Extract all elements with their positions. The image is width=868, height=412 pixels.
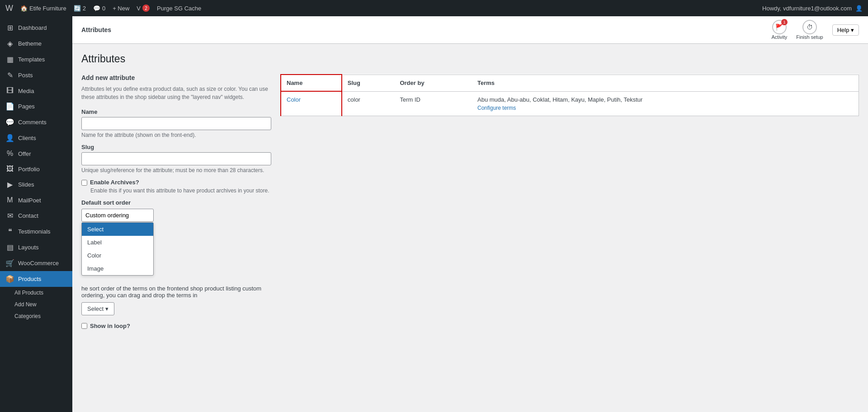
sidebar-item-dashboard[interactable]: ⊞ Dashboard: [0, 20, 72, 36]
page-header: Attributes 🚩 1 Activity ⏱ Finish setup H…: [72, 16, 868, 44]
name-field: Name Name for the attribute (shown on th…: [81, 108, 271, 138]
slug-field: Slug Unique slug/reference for the attri…: [81, 144, 271, 173]
attributes-table: Name Slug Order by Terms Color: [280, 74, 859, 116]
plugin-link[interactable]: V 2: [137, 5, 150, 12]
col-slug: Slug: [342, 75, 395, 91]
table-head: Name Slug Order by Terms: [281, 75, 859, 91]
slug-input[interactable]: [81, 152, 271, 165]
attr-slug-cell: color: [342, 91, 395, 116]
attr-name-cell: Color: [281, 91, 342, 116]
contact-icon: ✉: [5, 211, 14, 220]
name-desc: Name for the attribute (shown on the fro…: [81, 132, 271, 138]
sidebar-item-comments[interactable]: 💬 Comments: [0, 114, 72, 130]
sidebar-sub-all-products[interactable]: All Products: [0, 287, 72, 299]
table-body: Color color Term ID Abu muda, Abu-abu, C…: [281, 91, 859, 116]
col-name: Name: [281, 75, 342, 91]
new-link[interactable]: + New: [113, 5, 129, 12]
portfolio-icon: 🖼: [5, 165, 14, 173]
sort-option-label[interactable]: Label: [82, 236, 153, 249]
sort-option-image[interactable]: Image: [82, 262, 153, 275]
select-button[interactable]: Select: [87, 305, 104, 312]
sidebar-item-templates[interactable]: ▦ Templates: [0, 52, 72, 67]
sort-dropdown: Select Label Color Image: [81, 222, 154, 276]
offer-icon: %: [5, 150, 14, 158]
sidebar-item-testimonials[interactable]: ❝ Testimonials: [0, 224, 72, 239]
page-title: Attributes: [81, 53, 859, 65]
updates-link[interactable]: 🔄 2: [74, 5, 86, 12]
sidebar-item-products[interactable]: 📦 Products: [0, 271, 72, 287]
comments-link[interactable]: 💬 0: [93, 5, 105, 12]
main-content: Attributes 🚩 1 Activity ⏱ Finish setup H…: [72, 16, 868, 412]
admin-bar: W 🏠 Etife Furniture 🔄 2 💬 0 + New V 2 Pu…: [0, 0, 868, 16]
sort-order-label: Default sort order: [81, 199, 271, 206]
attr-order-by-cell: Term ID: [394, 91, 472, 116]
col-order-by: Order by: [394, 75, 472, 91]
show-in-loop-label: Show in loop?: [90, 323, 130, 329]
slug-desc: Unique slug/reference for the attribute;…: [81, 167, 271, 173]
sidebar-item-slides[interactable]: ▶ Slides: [0, 177, 72, 192]
enable-archives-row: Enable Archives?: [81, 179, 271, 186]
show-in-loop-checkbox[interactable]: [81, 323, 87, 329]
sidebar-item-portfolio[interactable]: 🖼 Portfolio: [0, 161, 72, 177]
media-icon: 🎞: [5, 87, 14, 95]
finish-setup-icon: ⏱: [802, 20, 817, 34]
site-name-link[interactable]: 🏠 Etife Furniture: [20, 5, 66, 12]
sidebar-item-posts[interactable]: ✎ Posts: [0, 67, 72, 83]
sidebar-item-offer[interactable]: % Offer: [0, 146, 72, 161]
header-icons: 🚩 1 Activity ⏱ Finish setup Help ▾: [771, 20, 859, 40]
page-header-title: Attributes: [81, 26, 111, 33]
dashboard-icon: ⊞: [5, 23, 14, 32]
posts-icon: ✎: [5, 71, 14, 80]
form-heading: Add new attribute: [81, 74, 271, 81]
sidebar-item-woocommerce[interactable]: 🛒 WooCommerce: [0, 255, 72, 271]
attr-name-link[interactable]: Color: [287, 96, 301, 103]
activity-button[interactable]: 🚩 1 Activity: [771, 20, 787, 40]
name-label: Name: [81, 108, 271, 115]
table-row: Color color Term ID Abu muda, Abu-abu, C…: [281, 91, 859, 116]
select-button-wrapper: Select ▾: [81, 302, 114, 315]
form-description: Attributes let you define extra product …: [81, 85, 271, 101]
purge-cache-link[interactable]: Purge SG Cache: [157, 5, 201, 12]
comments-icon: 💬: [5, 118, 14, 126]
content-area: Attributes Add new attribute Attributes …: [72, 44, 868, 338]
enable-archives-label: Enable Archives?: [90, 179, 139, 186]
name-input[interactable]: [81, 117, 271, 130]
help-button[interactable]: Help ▾: [832, 24, 859, 36]
user-info: Howdy, vdfurniture1@outlook.com 👤: [762, 5, 863, 12]
sort-option-color[interactable]: Color: [82, 249, 153, 262]
form-panel: Add new attribute Attributes let you def…: [81, 74, 271, 329]
sort-desc: he sort order of the terms on the fronte…: [81, 285, 271, 299]
layouts-icon: ▤: [5, 243, 14, 252]
select-chevron-icon: ▾: [105, 305, 108, 312]
col-terms: Terms: [472, 75, 859, 91]
activity-icon: 🚩 1: [772, 20, 787, 34]
sidebar-sub-add-new[interactable]: Add New: [0, 299, 72, 310]
sidebar-item-clients[interactable]: 👤 Clients: [0, 130, 72, 146]
sidebar-item-mailpoet[interactable]: M MailPoet: [0, 192, 72, 208]
finish-setup-button[interactable]: ⏱ Finish setup: [796, 20, 823, 40]
woocommerce-icon: 🛒: [5, 259, 14, 267]
sidebar-item-media[interactable]: 🎞 Media: [0, 83, 72, 98]
configure-terms-link[interactable]: Configure terms: [477, 105, 853, 111]
sort-desc-area: he sort order of the terms on the fronte…: [81, 285, 271, 299]
content-columns: Add new attribute Attributes let you def…: [81, 74, 859, 329]
enable-archives-desc: Enable this if you want this attribute t…: [90, 187, 271, 194]
sidebar-item-contact[interactable]: ✉ Contact: [0, 208, 72, 224]
table-panel: Name Slug Order by Terms Color: [280, 74, 859, 329]
sort-select[interactable]: Custom ordering Select Label Color Image: [81, 209, 154, 222]
products-icon: 📦: [5, 275, 14, 283]
wp-logo-icon[interactable]: W: [5, 4, 13, 13]
sidebar-item-betheme[interactable]: ◈ Betheme: [0, 36, 72, 52]
sidebar-sub-categories[interactable]: Categories: [0, 310, 72, 322]
clients-icon: 👤: [5, 134, 14, 142]
sidebar-item-pages[interactable]: 📄 Pages: [0, 98, 72, 114]
sidebar-item-layouts[interactable]: ▤ Layouts: [0, 239, 72, 255]
attr-terms-cell: Abu muda, Abu-abu, Coklat, Hitam, Kayu, …: [472, 91, 859, 116]
enable-archives-checkbox[interactable]: [81, 180, 87, 186]
templates-icon: ▦: [5, 55, 14, 64]
betheme-icon: ◈: [5, 39, 14, 48]
show-in-loop-row: Show in loop?: [81, 323, 271, 329]
pages-icon: 📄: [5, 102, 14, 111]
sidebar: ⊞ Dashboard ◈ Betheme ▦ Templates ✎ Post…: [0, 16, 72, 412]
sort-option-select[interactable]: Select: [82, 223, 153, 236]
